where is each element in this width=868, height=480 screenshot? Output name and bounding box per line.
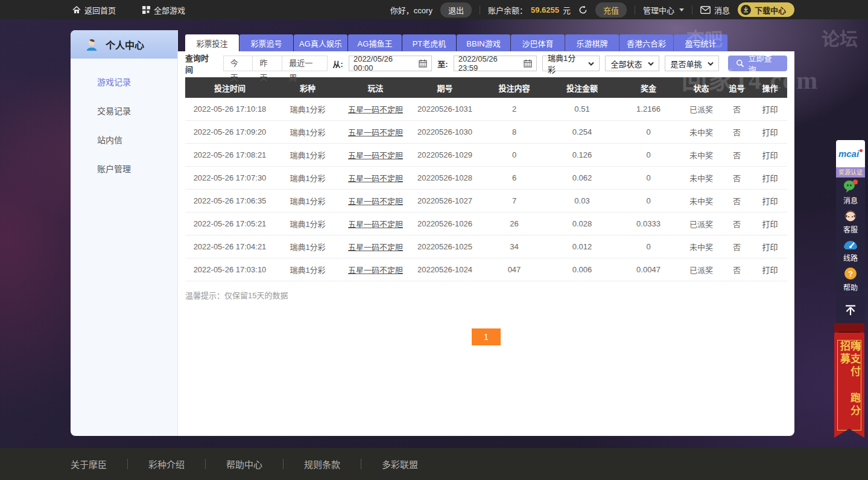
quick-range-button[interactable]: 今天	[223, 56, 253, 71]
cert-logo[interactable]: mcai	[836, 140, 865, 167]
print-link[interactable]: 打印	[762, 105, 778, 114]
tab-item[interactable]: 沙巴体育	[511, 34, 565, 51]
logout-button[interactable]: 退出	[440, 2, 472, 18]
tab-item[interactable]: 乐游棋牌	[565, 34, 619, 51]
float-item-客服[interactable]: 客服	[836, 206, 865, 235]
print-link[interactable]: 打印	[762, 174, 778, 183]
banner-top-decoration	[834, 323, 864, 333]
cell-lottery: 瑞典1分彩	[274, 167, 341, 190]
cell-chase: 否	[721, 258, 753, 281]
cell-play: 五星一码不定胆	[341, 235, 410, 258]
sidebar-item[interactable]: 账户管理	[71, 154, 177, 183]
cell-chase: 否	[721, 98, 753, 121]
play-link[interactable]: 五星一码不定胆	[348, 197, 403, 206]
chevron-down-icon	[708, 62, 714, 66]
home-link[interactable]: 返回首页	[72, 4, 116, 16]
query-filter-bar: 查询时间 今天昨天最近一周 从: 2022/05/26 00:00 至: 202…	[185, 56, 787, 71]
filter-select[interactable]: 全部状态	[605, 56, 659, 71]
play-link[interactable]: 五星一码不定胆	[348, 220, 403, 229]
play-link[interactable]: 五星一码不定胆	[348, 243, 403, 252]
bet-records-table: 投注时间彩种玩法期号投注内容投注金额奖金状态追号操作 2022-05-26 17…	[185, 77, 787, 281]
cell-action: 打印	[753, 121, 787, 144]
float-item-线路[interactable]: 线路	[836, 235, 865, 264]
promo-banner[interactable]: 嗨支付 跑分招募	[834, 323, 864, 438]
cell-play: 五星一码不定胆	[341, 213, 410, 235]
tab-item[interactable]: AG捕鱼王	[348, 34, 402, 51]
play-link[interactable]: 五星一码不定胆	[348, 174, 403, 183]
cell-lottery: 瑞典1分彩	[274, 190, 341, 213]
print-link[interactable]: 打印	[762, 128, 778, 137]
float-item-label: 客服	[843, 224, 858, 234]
print-link[interactable]: 打印	[762, 220, 778, 229]
cell-amount: 0.028	[549, 213, 615, 235]
tab-item[interactable]: PT老虎机	[402, 34, 456, 51]
quick-range-button[interactable]: 昨天	[252, 56, 282, 71]
cell-action: 打印	[753, 144, 787, 167]
print-link[interactable]: 打印	[762, 243, 778, 252]
tab-item[interactable]: AG真人娱乐	[294, 34, 347, 51]
grid-icon	[142, 6, 150, 14]
cell-action: 打印	[753, 258, 787, 281]
play-link[interactable]: 五星一码不定胆	[348, 105, 403, 114]
banner-body: 嗨支付 跑分招募	[834, 333, 864, 438]
float-item-消息[interactable]: 消息	[836, 178, 865, 206]
filter-select[interactable]: 瑞典1分彩	[542, 56, 600, 71]
tab-item[interactable]: BBIN游戏	[457, 34, 510, 51]
date-to-input[interactable]: 2022/05/26 23:59	[454, 56, 537, 71]
sidebar-item[interactable]: 站内信	[71, 125, 177, 154]
main-panel: 查询时间 今天昨天最近一周 从: 2022/05/26 00:00 至: 202…	[178, 51, 794, 436]
date-from-value: 2022/05/26 00:00	[353, 54, 414, 72]
refresh-icon[interactable]	[578, 5, 588, 14]
tab-item[interactable]: 彩票投注	[185, 34, 239, 51]
cell-content: 26	[480, 213, 549, 235]
cell-issue: 20220526-1027	[410, 190, 480, 213]
tab-item[interactable]: 香港六合彩	[619, 34, 673, 51]
home-label: 返回首页	[84, 4, 116, 16]
tab-item[interactable]: 盈亏统计	[674, 34, 727, 51]
play-link[interactable]: 五星一码不定胆	[348, 128, 403, 137]
cell-bet-time: 2022-05-26 17:05:21	[185, 213, 274, 235]
filter-select[interactable]: 是否单挑	[665, 56, 719, 71]
cell-action: 打印	[753, 190, 787, 213]
cell-chase: 否	[721, 190, 753, 213]
cell-status: 未中奖	[682, 167, 721, 190]
tab-item[interactable]: 彩票追号	[239, 34, 293, 51]
footer-link[interactable]: 彩种介绍	[128, 458, 205, 470]
page-button[interactable]: 1	[472, 328, 501, 345]
float-item-帮助[interactable]: ?帮助	[836, 264, 865, 293]
messages-link[interactable]: 消息	[700, 4, 730, 16]
footer-link[interactable]: 帮助中心	[206, 458, 283, 470]
play-link[interactable]: 五星一码不定胆	[348, 266, 403, 275]
play-link[interactable]: 五星一码不定胆	[348, 151, 403, 160]
pagination: 1	[185, 328, 787, 345]
footer-link[interactable]: 多彩联盟	[361, 458, 439, 470]
all-games-link[interactable]: 全部游戏	[142, 4, 185, 16]
recharge-button[interactable]: 充值	[595, 2, 627, 18]
admin-center-menu[interactable]: 管理中心	[643, 4, 684, 16]
chevron-down-icon	[679, 8, 684, 11]
select-value: 是否单挑	[670, 58, 702, 69]
cell-prize: 0	[615, 121, 682, 144]
chevron-down-icon	[588, 62, 594, 66]
sidebar-item[interactable]: 游戏记录	[71, 67, 177, 96]
back-to-top-button[interactable]	[836, 296, 865, 325]
cell-status: 已派奖	[682, 98, 721, 121]
cell-play: 五星一码不定胆	[341, 144, 410, 167]
search-button[interactable]: 立即查询	[728, 56, 787, 71]
date-from-input[interactable]: 2022/05/26 00:00	[349, 56, 432, 71]
footer-link[interactable]: 规则条款	[284, 458, 361, 470]
footer-link[interactable]: 关于摩臣	[71, 458, 127, 470]
print-link[interactable]: 打印	[762, 151, 778, 160]
quick-range-button[interactable]: 最近一周	[282, 56, 327, 71]
cell-amount: 0.012	[549, 235, 615, 258]
cell-bet-time: 2022-05-26 17:04:21	[185, 235, 274, 258]
cell-bet-time: 2022-05-26 17:03:10	[185, 258, 274, 281]
sidebar-item[interactable]: 交易记录	[71, 96, 177, 125]
print-link[interactable]: 打印	[762, 266, 778, 275]
table-row: 2022-05-26 17:09:20瑞典1分彩五星一码不定胆20220526-…	[185, 121, 787, 144]
envelope-icon	[700, 6, 711, 14]
help-icon: ?	[843, 266, 858, 281]
table-header-cell: 投注内容	[480, 77, 549, 98]
download-center-button[interactable]: 下载中心	[738, 2, 794, 17]
print-link[interactable]: 打印	[762, 197, 778, 206]
